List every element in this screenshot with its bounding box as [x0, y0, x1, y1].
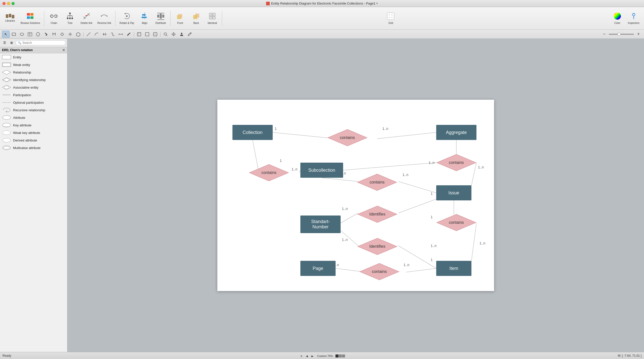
- zoom-display[interactable]: Custom 79%: [317, 354, 333, 357]
- tool-connector[interactable]: [101, 31, 108, 38]
- tool-rect[interactable]: [10, 31, 18, 38]
- sidebar-item-weak-key[interactable]: Weak key attribute: [0, 129, 67, 136]
- zoom-in-button[interactable]: +: [635, 31, 642, 38]
- entity-issue[interactable]: Issue: [436, 185, 471, 200]
- optional-participation-shape-preview: [2, 100, 11, 105]
- page-pause-button[interactable]: ⏸: [299, 354, 304, 358]
- rel-identifies1[interactable]: Identifies: [357, 205, 397, 223]
- window-controls[interactable]: [3, 2, 15, 5]
- distribute-label: Distribute: [155, 22, 166, 24]
- tool-shape5[interactable]: [74, 31, 82, 38]
- entity-subcollection[interactable]: Subcollection: [300, 163, 343, 178]
- tool-shape2[interactable]: [50, 31, 58, 38]
- toolbar-tree[interactable]: Tree: [62, 11, 77, 25]
- toolbar-rotate[interactable]: Rotate & Flip: [117, 11, 136, 25]
- toolbar-sep-1: [44, 11, 44, 26]
- multivalue-label: Multivalue attribute: [13, 146, 41, 150]
- sidebar-item-multivalue[interactable]: Multivalue attribute: [0, 144, 67, 152]
- svg-point-52: [20, 33, 24, 35]
- toolbar-inspectors[interactable]: Inspectors: [626, 11, 641, 25]
- tool-curve[interactable]: [93, 31, 100, 38]
- toolbar-back[interactable]: Back: [189, 11, 204, 25]
- tool-shape3[interactable]: [58, 31, 66, 38]
- toolbar-identical[interactable]: Identical: [205, 11, 220, 25]
- toolbar-color[interactable]: Color: [610, 11, 625, 25]
- minimize-button[interactable]: [7, 2, 10, 5]
- toolbar-front[interactable]: Front: [173, 11, 188, 25]
- svg-line-103: [341, 213, 358, 223]
- rel-contains3[interactable]: contains: [436, 154, 476, 171]
- diagram-canvas[interactable]: Collection Aggregate Subcollection Issue…: [217, 100, 494, 291]
- tool-crop3[interactable]: [151, 31, 159, 38]
- sidebar-item-weak-entity[interactable]: Weak entity: [0, 61, 67, 68]
- sidebar-item-key-attribute[interactable]: Key attribute: [0, 121, 67, 129]
- sidebar-item-entity[interactable]: Entity: [0, 53, 67, 61]
- sidebar-item-attribute[interactable]: Attribute: [0, 114, 67, 121]
- tool-line[interactable]: [85, 31, 92, 38]
- zoom-out-button[interactable]: −: [601, 31, 608, 38]
- rel-contains4[interactable]: contains: [357, 173, 397, 191]
- close-button[interactable]: [3, 2, 6, 5]
- tool-magnify[interactable]: [162, 31, 169, 38]
- page-prev-button[interactable]: ◀: [305, 354, 309, 358]
- toolbar-chain[interactable]: Chain: [46, 11, 61, 25]
- card-label-13: 1..n: [333, 263, 339, 267]
- toolbar-libraries[interactable]: Libraries: [3, 13, 18, 23]
- search-input[interactable]: [22, 41, 63, 45]
- rel-contains6[interactable]: contains: [359, 263, 399, 280]
- tool-user[interactable]: [178, 31, 185, 38]
- entity-aggregate[interactable]: Aggregate: [436, 125, 476, 140]
- tool-shape1[interactable]: [34, 31, 42, 38]
- sidebar-item-associative[interactable]: Associative entity: [0, 84, 67, 91]
- search-container[interactable]: 🔍: [16, 40, 66, 45]
- sidebar-grid-view[interactable]: ⊞: [9, 40, 15, 46]
- toolbar-grid[interactable]: Grid: [383, 11, 398, 25]
- rel-identifies2[interactable]: Identifies: [357, 238, 397, 255]
- svg-rect-41: [213, 16, 215, 19]
- participation-shape-preview: [2, 92, 11, 98]
- rel-contains1[interactable]: contains: [327, 129, 368, 147]
- page-indicator-2[interactable]: [339, 354, 342, 357]
- tool-shape4[interactable]: [66, 31, 74, 38]
- toolbar-distribute[interactable]: Distribute: [153, 11, 168, 25]
- sidebar-item-relationship[interactable]: Relationship: [0, 68, 67, 76]
- toolbar-reverse-link[interactable]: Reverse link: [95, 11, 113, 25]
- entity-item[interactable]: Item: [436, 261, 471, 276]
- toolbar-align[interactable]: Align: [137, 11, 152, 25]
- tool-pen[interactable]: [125, 31, 133, 38]
- zoom-slider[interactable]: [609, 34, 634, 35]
- tool-ellipse[interactable]: [18, 31, 26, 38]
- front-icon: [176, 12, 184, 21]
- page-indicator-3[interactable]: [342, 354, 345, 357]
- page-indicator-1[interactable]: [335, 354, 338, 357]
- tool-pan[interactable]: [170, 31, 177, 38]
- maximize-button[interactable]: [12, 2, 15, 5]
- card-label-10: 1..n: [342, 207, 348, 211]
- sidebar-item-participation[interactable]: Participation: [0, 91, 67, 99]
- page-next-button[interactable]: ▶: [310, 354, 315, 358]
- tool-ortho[interactable]: [109, 31, 116, 38]
- entity-page[interactable]: Page: [300, 261, 336, 276]
- tool-table[interactable]: [26, 31, 34, 38]
- tool-size[interactable]: [117, 31, 125, 38]
- entity-standart-number[interactable]: Standart- Number: [300, 216, 341, 233]
- canvas-area[interactable]: Collection Aggregate Subcollection Issue…: [67, 39, 644, 352]
- dropdown-arrow[interactable]: ▾: [376, 2, 378, 5]
- tool-crop2[interactable]: [143, 31, 151, 38]
- rel-contains2[interactable]: contains: [249, 164, 289, 182]
- sidebar-item-identifying-rel[interactable]: Identifying relationship: [0, 76, 67, 84]
- toolbar-browse[interactable]: Browse Solutions: [19, 11, 42, 25]
- toolbar-delete-link[interactable]: Delete link: [78, 11, 94, 25]
- sidebar-item-derived[interactable]: Derived attribute: [0, 136, 67, 144]
- entity-collection[interactable]: Collection: [232, 125, 273, 140]
- sidebar-item-recursive[interactable]: Recursive relationship: [0, 106, 67, 114]
- toolbar2-sep1: [83, 32, 84, 37]
- category-close-button[interactable]: ✕: [62, 48, 65, 52]
- sidebar-item-optional-participation[interactable]: Optional participation: [0, 99, 67, 106]
- sidebar-list-view[interactable]: ☰: [2, 40, 8, 46]
- tool-select[interactable]: ↖: [2, 31, 10, 38]
- tool-pencil[interactable]: [186, 31, 193, 38]
- tool-crop1[interactable]: [135, 31, 143, 38]
- tool-phone[interactable]: [42, 31, 50, 38]
- rel-contains5[interactable]: contains: [436, 214, 476, 231]
